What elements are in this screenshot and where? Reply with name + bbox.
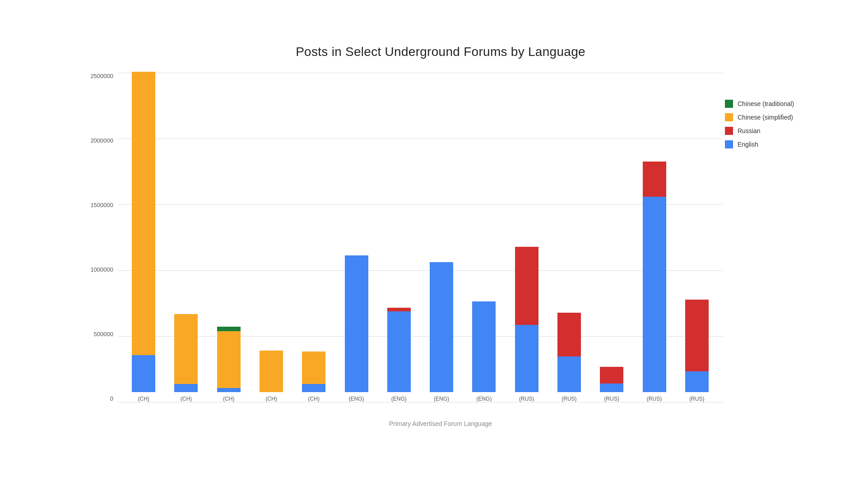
bar-stack (643, 162, 666, 392)
bar-stack (472, 301, 496, 392)
legend-item-english: English (725, 140, 804, 148)
bar-segment-english (345, 255, 368, 392)
bar-x-label: (ENG) (391, 396, 407, 402)
bar-stack (345, 255, 368, 392)
bars-container: (CH)(CH)(CH)(CH)(CH)(ENG)(ENG)(ENG)(ENG)… (118, 73, 723, 402)
x-axis-label: Primary Advertised Forum Language (77, 420, 804, 427)
legend: Chinese (traditional) Chinese (simplifie… (725, 100, 804, 148)
legend-color-english (725, 140, 733, 148)
plot-area: (CH)(CH)(CH)(CH)(CH)(ENG)(ENG)(ENG)(ENG)… (118, 73, 804, 416)
bar-x-label: (CH) (223, 396, 234, 402)
bar-segment-simplified (132, 72, 155, 355)
bar-group: (CH) (122, 73, 165, 402)
y-label-0: 0 (110, 395, 113, 402)
legend-label-traditional: Chinese (traditional) (738, 100, 794, 107)
bar-x-label: (RUS) (689, 396, 704, 402)
bar-segment-simplified (302, 351, 325, 384)
bar-segment-russian (515, 247, 538, 324)
bar-x-label: (RUS) (519, 396, 534, 402)
bar-stack (430, 262, 453, 392)
bar-x-label: (CH) (181, 396, 192, 402)
bar-segment-simplified (217, 331, 241, 388)
bar-segment-english (472, 301, 496, 392)
grid-line-0 (118, 402, 723, 402)
bar-stack (685, 300, 709, 392)
bar-group: (ENG) (335, 73, 377, 402)
bar-stack (387, 308, 411, 392)
y-label-1500000: 1500000 (90, 202, 113, 208)
y-label-2500000: 2500000 (90, 73, 113, 79)
bar-stack (557, 313, 581, 392)
bar-x-label: (RUS) (604, 396, 619, 402)
bar-segment-russian (685, 300, 709, 371)
bar-group: (CH) (292, 73, 335, 402)
bar-segment-english (430, 262, 453, 392)
legend-color-simplified (725, 113, 733, 121)
chart-title: Posts in Select Underground Forums by La… (77, 45, 804, 59)
bar-x-label: (CH) (308, 396, 320, 402)
bar-x-label: (RUS) (647, 396, 662, 402)
bar-group: (ENG) (463, 73, 505, 402)
bar-segment-english (515, 325, 538, 392)
legend-label-simplified: Chinese (simplified) (738, 114, 793, 121)
bar-group: (RUS) (676, 73, 718, 402)
legend-color-traditional (725, 100, 733, 108)
bar-x-label: (ENG) (349, 396, 364, 402)
legend-item-traditional: Chinese (traditional) (725, 100, 804, 108)
bar-segment-english (302, 384, 325, 392)
bar-stack (515, 247, 538, 392)
bar-segment-english (387, 311, 411, 392)
bar-x-label: (ENG) (434, 396, 449, 402)
bar-group: (ENG) (378, 73, 420, 402)
bar-segment-english (174, 384, 198, 392)
legend-item-russian: Russian (725, 127, 804, 135)
y-label-2000000: 2000000 (90, 137, 113, 144)
bar-segment-english (685, 371, 709, 392)
bar-x-label: (ENG) (476, 396, 492, 402)
bar-group: (RUS) (506, 73, 548, 402)
legend-item-simplified: Chinese (simplified) (725, 113, 804, 121)
legend-color-russian (725, 127, 733, 135)
y-label-500000: 500000 (94, 331, 113, 338)
bar-segment-simplified (174, 314, 198, 384)
bar-segment-russian (387, 308, 411, 312)
bar-x-label: (RUS) (562, 396, 576, 402)
bar-segment-russian (557, 313, 581, 356)
bar-group: (CH) (250, 73, 292, 402)
legend-label-english: English (738, 141, 758, 148)
bar-stack (217, 327, 241, 392)
bar-segment-english (643, 197, 666, 392)
y-label-1000000: 1000000 (90, 266, 113, 273)
bar-segment-english (132, 355, 155, 392)
bar-group: (ENG) (420, 73, 463, 402)
bar-segment-english (217, 388, 241, 392)
bar-group: (RUS) (633, 73, 675, 402)
bar-stack (302, 351, 325, 392)
bar-segment-traditional (217, 327, 241, 331)
bar-segment-russian (643, 162, 666, 197)
bar-group: (CH) (208, 73, 250, 402)
bar-stack (132, 72, 155, 392)
legend-label-russian: Russian (738, 127, 761, 134)
bar-segment-english (557, 356, 581, 392)
bar-stack (600, 367, 623, 392)
bar-x-label: (CH) (265, 396, 277, 402)
y-axis: 2500000 2000000 1500000 1000000 500000 0 (77, 73, 118, 416)
bar-group: (RUS) (548, 73, 590, 402)
bar-segment-simplified (260, 351, 283, 392)
bar-group: (RUS) (590, 73, 633, 402)
bar-segment-english (600, 384, 623, 392)
bar-stack (174, 314, 198, 392)
bar-group: (CH) (165, 73, 207, 402)
bar-stack (260, 351, 283, 392)
bar-segment-russian (600, 367, 623, 384)
bar-x-label: (CH) (138, 396, 149, 402)
